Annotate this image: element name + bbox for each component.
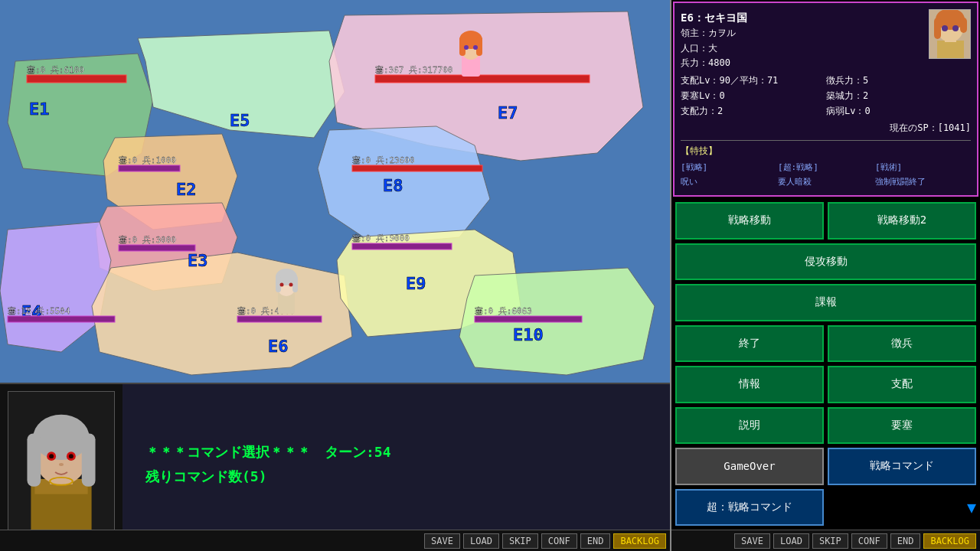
svg-rect-31 [352,243,452,249]
end-button[interactable]: END [580,533,611,549]
troops-count: 兵力：4800 [681,56,747,70]
character-portrait [929,9,971,59]
avatar-area [0,384,122,551]
svg-rect-72 [934,18,941,39]
svg-rect-50 [292,276,298,292]
right-load-button[interactable]: LOAD [773,533,809,549]
svg-rect-25 [119,165,180,171]
svg-point-63 [49,454,54,458]
super-strategy-command-button[interactable]: 超：戦略コマンド [675,489,824,527]
svg-text:E10: E10 [513,325,544,344]
backlog-button[interactable]: BACKLOG [613,533,666,549]
svg-rect-23 [375,75,590,83]
svg-text:E2: E2 [176,180,197,199]
svg-marker-6 [92,253,352,375]
skills-grid: [戦略][超:戦略][戦術]呪い要人暗殺強制戦闘終了 [681,161,971,189]
skill-item: 要人暗殺 [778,175,874,189]
svg-rect-27 [352,165,482,171]
svg-text:塞:0 兵:6100: 塞:0 兵:6100 [27,65,84,75]
strategy-command-button[interactable]: 戦略コマンド [828,448,976,485]
control-lv: 支配Lv：90／平均：71 [681,73,825,88]
svg-text:E1: E1 [29,99,50,119]
disease-lv: 病弱Lv：0 [826,104,971,119]
right-skip-button[interactable]: SKIP [812,533,848,549]
domination: 支配力：2 [681,104,825,119]
svg-point-52 [289,283,293,287]
current-sp: 現在のSP：[1041] [681,121,971,135]
svg-text:塞:0 兵:1000: 塞:0 兵:1000 [119,155,176,165]
end-turn-button[interactable]: 終了 [675,325,824,362]
svg-rect-33 [8,316,115,322]
conscript-power: 徴兵力：5 [826,73,971,88]
svg-text:E8: E8 [383,176,403,195]
svg-point-44 [464,45,469,50]
svg-rect-37 [475,316,582,322]
strategic-move-button[interactable]: 戦略移動 [675,202,824,239]
svg-text:塞:367 兵:317700: 塞:367 兵:317700 [375,65,452,75]
svg-point-64 [69,454,74,458]
svg-rect-73 [960,18,967,33]
fortress-lv: 要塞Lv：0 [681,89,825,103]
fortress-button[interactable]: 要塞 [828,407,976,445]
skill-item: [戦術] [875,161,971,174]
bottom-panel: ＊＊＊コマンド選択＊＊＊ ターン:54 残りコマンド数(5) [0,383,670,551]
svg-rect-59 [27,433,41,486]
ruler-name: 領主：カヲル [681,26,747,41]
svg-text:塞:0 兵:23600: 塞:0 兵:23600 [352,155,415,165]
map-area: E1 E5 E2 E3 E4 E6 E7 E8 E9 E10 塞:0 兵:610… [0,0,670,383]
svg-text:E6: E6 [268,337,289,356]
svg-text:塞:18 兵:5584: 塞:18 兵:5584 [8,306,70,316]
intelligence-button[interactable]: 課報 [675,284,976,321]
svg-rect-68 [937,41,964,59]
skill-item: 強制戦闘終了 [875,175,971,189]
svg-rect-60 [82,433,96,486]
svg-text:塞:0 兵:9000: 塞:0 兵:9000 [352,233,410,243]
right-save-button[interactable]: SAVE [734,533,770,549]
svg-point-51 [280,283,284,287]
svg-rect-35 [237,316,322,322]
build-power: 築城力：2 [826,89,971,103]
svg-point-74 [942,25,948,31]
skip-button[interactable]: SKIP [502,533,538,549]
explain-button[interactable]: 説明 [675,407,824,445]
svg-text:塞:0 兵:6063: 塞:0 兵:6063 [475,306,532,316]
message-area: ＊＊＊コマンド選択＊＊＊ ターン:54 残りコマンド数(5) [122,384,670,551]
conscript-button[interactable]: 徴兵 [828,325,976,362]
skills-label: 【特技】 [681,144,971,158]
right-conf-button[interactable]: CONF [851,533,887,549]
remaining-commands-message: 残りコマンド数(5) [145,468,647,486]
invasion-move-button[interactable]: 侵攻移動 [675,243,976,280]
conf-button[interactable]: CONF [541,533,577,549]
right-panel: E6：セキヨ国 領主：カヲル 人口：大 兵力：4800 [670,0,980,551]
info-button[interactable]: 情報 [675,366,824,403]
skill-item: 呪い [681,175,776,189]
population: 人口：大 [681,41,747,56]
skill-item: [戦略] [681,161,776,174]
svg-text:塞:0 兵:3000: 塞:0 兵:3000 [119,235,176,245]
svg-text:E7: E7 [498,103,518,122]
right-backlog-button[interactable]: BACKLOG [923,533,976,549]
right-end-button[interactable]: END [890,533,921,549]
svg-rect-21 [27,75,126,83]
gameover-button[interactable]: GameOver [675,448,824,485]
skill-item: [超:戦略] [778,161,874,174]
strategic-move2-button[interactable]: 戦略移動2 [828,202,976,239]
svg-point-58 [33,415,89,460]
svg-rect-29 [119,245,195,251]
command-select-message: ＊＊＊コマンド選択＊＊＊ ターン:54 [145,443,647,461]
action-buttons: 戦略移動 戦略移動2 侵攻移動 課報 終了 徴兵 情報 支配 説明 要塞 Gam… [671,198,980,530]
save-button[interactable]: SAVE [424,533,460,549]
svg-text:E5: E5 [230,111,250,130]
svg-point-65 [59,463,64,466]
svg-text:E3: E3 [188,251,208,270]
load-button[interactable]: LOAD [463,533,499,549]
right-toolbar: SAVE LOAD SKIP CONF END BACKLOG [671,530,980,551]
bottom-toolbar: SAVE LOAD SKIP CONF END BACKLOG [0,530,670,551]
svg-text:E9: E9 [406,274,426,293]
dominate-button[interactable]: 支配 [828,366,976,403]
svg-point-75 [952,25,959,31]
territory-name: E6：セキヨ国 [681,9,747,26]
svg-point-45 [473,45,478,50]
scroll-down-arrow[interactable]: ▼ [967,498,976,517]
info-panel: E6：セキヨ国 領主：カヲル 人口：大 兵力：4800 [673,2,978,197]
